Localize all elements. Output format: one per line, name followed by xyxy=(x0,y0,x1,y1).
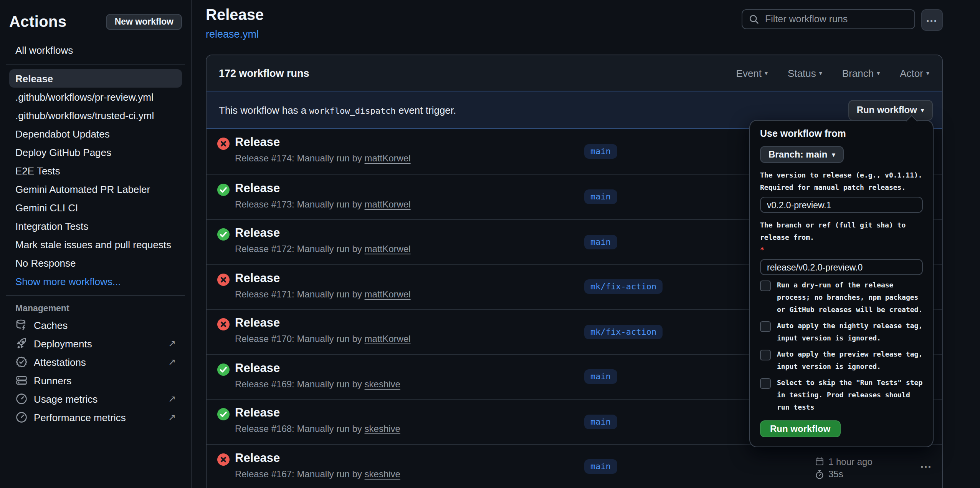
sidebar-item-gemini-cli-ci[interactable]: Gemini CLI CI xyxy=(9,198,182,217)
run-row-167[interactable]: Release Release #167: Manually run by sk… xyxy=(207,444,942,488)
sidebar-item-label: Attestations xyxy=(34,356,86,368)
sidebar-item-gemini-pr-labeler[interactable]: Gemini Automated PR Labeler xyxy=(9,180,182,198)
dry-run-checkbox-row: Run a dry-run of the release process; no… xyxy=(760,279,923,316)
run-title[interactable]: Release xyxy=(235,181,280,195)
actor-link[interactable]: skeshive xyxy=(365,468,400,479)
sidebar-item-attestations[interactable]: Attestations ↗ xyxy=(9,353,182,371)
run-status-icon xyxy=(217,138,230,150)
actions-page: Actions New workflow All workflows Relea… xyxy=(0,0,980,488)
branch-badge[interactable]: main xyxy=(584,370,617,384)
show-more-workflows-link[interactable]: Show more workflows... xyxy=(9,272,182,290)
filter-actor[interactable]: Actor▾ xyxy=(900,67,929,79)
run-title[interactable]: Release xyxy=(235,406,280,420)
run-status-icon xyxy=(217,453,230,465)
sidebar-item-label: Usage metrics xyxy=(34,393,98,405)
branch-badge[interactable]: main xyxy=(584,190,617,204)
version-input[interactable] xyxy=(760,197,923,213)
sidebar-item-trusted-ci[interactable]: .github/workflows/trusted-ci.yml xyxy=(9,106,182,124)
external-link-icon: ↗ xyxy=(168,393,176,404)
sidebar-item-label: Runners xyxy=(34,375,71,386)
meter-icon xyxy=(15,411,28,423)
run-description: Release #172: Manually run by mattKorwel xyxy=(235,244,411,254)
sidebar-divider xyxy=(6,64,185,65)
run-workflow-submit-button[interactable]: Run workflow xyxy=(760,420,840,437)
actor-link[interactable]: mattKorwel xyxy=(365,289,411,299)
sidebar-item-dependabot-updates[interactable]: Dependabot Updates xyxy=(9,124,182,143)
run-description: Release #168: Manually run by skeshive xyxy=(235,423,400,434)
actor-link[interactable]: skeshive xyxy=(365,423,400,434)
sidebar-item-deployments[interactable]: Deployments ↗ xyxy=(9,334,182,353)
run-status-icon xyxy=(217,183,230,196)
search-input[interactable] xyxy=(764,13,908,25)
run-workflow-dropdown-button[interactable]: Run workflow▾ xyxy=(848,100,932,120)
run-title[interactable]: Release xyxy=(235,271,280,285)
actor-link[interactable]: mattKorwel xyxy=(365,334,411,344)
sidebar-item-label: Caches xyxy=(34,319,68,331)
run-status-icon xyxy=(217,228,230,241)
search-icon xyxy=(748,14,759,25)
run-title[interactable]: Release xyxy=(235,316,280,330)
run-time: 1 hour ago xyxy=(828,455,873,468)
new-workflow-button[interactable]: New workflow xyxy=(106,13,182,30)
checkbox-label: Auto apply the preview release tag, inpu… xyxy=(777,348,923,373)
run-description: Release #173: Manually run by mattKorwel xyxy=(235,199,411,209)
actor-link[interactable]: skeshive xyxy=(365,378,400,389)
actor-link[interactable]: mattKorwel xyxy=(365,199,411,209)
ref-input[interactable] xyxy=(760,259,923,275)
run-duration: 35s xyxy=(828,468,843,481)
sidebar-item-release[interactable]: Release xyxy=(9,69,182,88)
verified-icon xyxy=(15,356,28,368)
run-description: Release #174: Manually run by mattKorwel xyxy=(235,153,411,164)
filter-status[interactable]: Status▾ xyxy=(788,67,822,79)
actor-link[interactable]: mattKorwel xyxy=(365,153,411,164)
version-field-description: The version to release (e.g., v0.1.11). … xyxy=(760,169,923,194)
sidebar-item-mark-stale[interactable]: Mark stale issues and pull requests xyxy=(9,235,182,254)
filter-branch[interactable]: Branch▾ xyxy=(842,67,880,79)
run-workflow-dropdown-panel: Use workflow from Branch: main▾ The vers… xyxy=(749,120,934,447)
sidebar-item-deploy-github-pages[interactable]: Deploy GitHub Pages xyxy=(9,143,182,161)
branch-badge[interactable]: main xyxy=(584,415,617,429)
meter-icon xyxy=(15,393,28,405)
branch-badge[interactable]: mk/fix-action xyxy=(584,325,663,339)
run-kebab-menu[interactable]: ⋯ xyxy=(920,460,932,474)
skip-tests-checkbox[interactable] xyxy=(760,378,771,389)
sidebar-item-usage-metrics[interactable]: Usage metrics ↗ xyxy=(9,390,182,408)
filter-event[interactable]: Event▾ xyxy=(736,67,768,79)
nightly-tag-checkbox[interactable] xyxy=(760,321,771,332)
workflow-file-link[interactable]: release.yml xyxy=(206,28,259,40)
filter-runs-search[interactable] xyxy=(741,9,915,29)
sidebar-item-e2e-tests[interactable]: E2E Tests xyxy=(9,161,182,180)
skip-tests-checkbox-row: Select to skip the "Run Tests" step in t… xyxy=(760,377,923,413)
run-meta: 1 hour ago 35s xyxy=(815,455,873,481)
run-status-icon xyxy=(217,318,230,330)
branch-badge[interactable]: mk/fix-action xyxy=(584,280,663,294)
branch-selector-button[interactable]: Branch: main▾ xyxy=(760,146,843,163)
sidebar-item-caches[interactable]: Caches xyxy=(9,316,182,334)
sidebar-item-all-workflows[interactable]: All workflows xyxy=(9,41,182,59)
run-title[interactable]: Release xyxy=(235,226,280,240)
external-link-icon: ↗ xyxy=(168,338,176,349)
branch-badge[interactable]: main xyxy=(584,460,617,474)
actor-link[interactable]: mattKorwel xyxy=(365,244,411,254)
dry-run-checkbox[interactable] xyxy=(760,281,771,291)
branch-badge[interactable]: main xyxy=(584,144,617,159)
workflow-options-button[interactable]: ⋯ xyxy=(921,9,942,31)
sidebar-item-runners[interactable]: Runners xyxy=(9,371,182,390)
sidebar-item-label: Release xyxy=(15,73,53,84)
sidebar-item-no-response[interactable]: No Response xyxy=(9,254,182,272)
external-link-icon: ↗ xyxy=(168,357,176,367)
run-title[interactable]: Release xyxy=(235,135,280,149)
sidebar-item-integration-tests[interactable]: Integration Tests xyxy=(9,217,182,235)
sidebar-item-pr-review[interactable]: .github/workflows/pr-review.yml xyxy=(9,88,182,106)
run-description: Release #170: Manually run by mattKorwel xyxy=(235,334,411,344)
cache-icon xyxy=(15,319,28,331)
preview-tag-checkbox[interactable] xyxy=(760,350,771,360)
sidebar-item-performance-metrics[interactable]: Performance metrics ↗ xyxy=(9,408,182,427)
run-title[interactable]: Release xyxy=(235,361,280,375)
run-description: Release #169: Manually run by skeshive xyxy=(235,378,400,389)
run-description: Release #171: Manually run by mattKorwel xyxy=(235,289,411,299)
run-title[interactable]: Release xyxy=(235,451,280,465)
chevron-down-icon: ▾ xyxy=(877,70,880,76)
branch-badge[interactable]: main xyxy=(584,235,617,249)
sidebar-item-label: Performance metrics xyxy=(34,412,126,423)
